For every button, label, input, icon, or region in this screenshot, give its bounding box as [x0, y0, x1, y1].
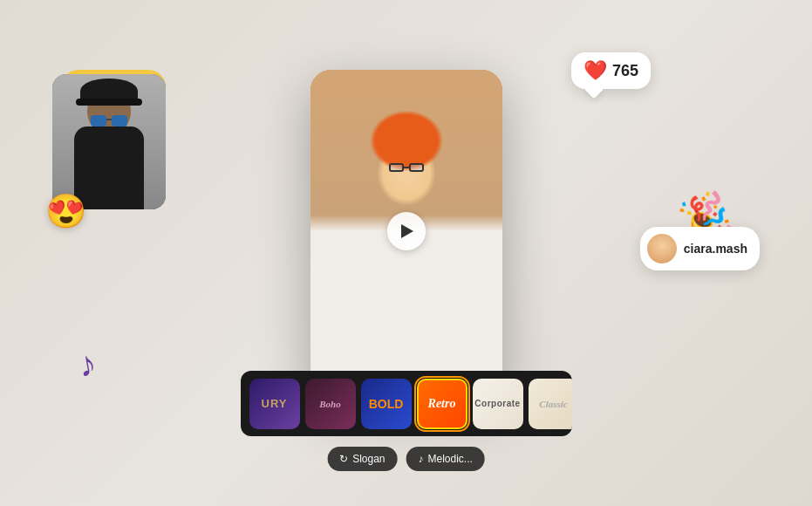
slogan-label: Slogan [352, 453, 385, 465]
avatar [647, 234, 677, 263]
heart-icon: ❤️ [583, 59, 607, 82]
melodic-icon: ♪ [419, 453, 424, 465]
person-card-photo [52, 74, 166, 209]
person-card [52, 61, 174, 209]
play-triangle-icon [401, 224, 413, 238]
play-button[interactable] [387, 212, 426, 250]
melodic-button[interactable]: ♪ Melodic... [406, 447, 485, 471]
style-card-ury[interactable]: URY [249, 379, 300, 429]
style-card-classic[interactable]: Classic [529, 379, 572, 429]
bottom-buttons: ↻ Slogan ♪ Melodic... [327, 447, 485, 471]
style-card-bold[interactable]: BOLD [361, 379, 412, 429]
style-card-retro[interactable]: Retro [417, 379, 467, 429]
slogan-button[interactable]: ↻ Slogan [327, 447, 397, 471]
melodic-label: Melodic... [428, 453, 473, 465]
sunglasses [89, 115, 129, 127]
style-card-corporate[interactable]: Corporate [473, 379, 523, 429]
phone-frame [310, 70, 502, 393]
phone-container: URY Boho BOLD Retro Corporate Classic SP… [310, 70, 502, 436]
style-card-boho[interactable]: Boho [305, 379, 356, 429]
user-bubble: ciara.mash [640, 227, 760, 270]
like-bubble: ❤️ 765 [571, 52, 651, 89]
username-text: ciara.mash [684, 242, 747, 256]
slogan-icon: ↻ [339, 453, 348, 465]
style-strip: URY Boho BOLD Retro Corporate Classic SP [241, 371, 572, 436]
love-eyes-emoji: 😍 [45, 192, 86, 230]
man-hat [80, 79, 138, 103]
like-count: 765 [612, 62, 638, 80]
